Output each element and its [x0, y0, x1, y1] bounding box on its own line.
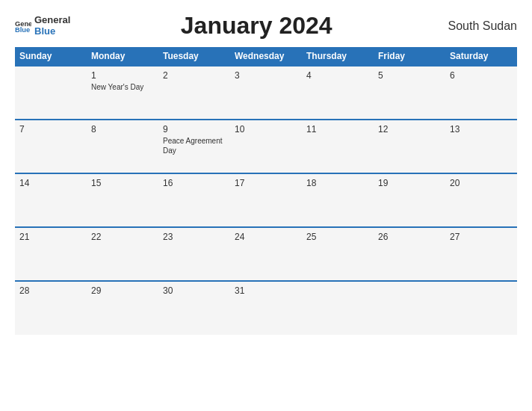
calendar-day-cell: 1New Year's Day [87, 66, 158, 120]
calendar-day-cell: 19 [374, 173, 445, 227]
calendar-header-row: SundayMondayTuesdayWednesdayThursdayFrid… [15, 47, 517, 66]
weekday-header: Thursday [302, 47, 374, 66]
day-number: 23 [163, 232, 226, 242]
day-number: 16 [163, 178, 226, 188]
logo-icon: General Blue [15, 18, 31, 34]
calendar-body: 1New Year's Day23456789Peace Agreement D… [15, 66, 517, 335]
day-number: 13 [450, 124, 513, 135]
calendar-day-cell: 20 [445, 173, 517, 227]
holiday-name: Peace Agreement Day [163, 136, 226, 155]
calendar-day-cell: 6 [445, 66, 517, 120]
day-number: 12 [378, 124, 441, 135]
month-title: January 2024 [70, 12, 442, 40]
calendar-header: General Blue General Blue January 2024 S… [15, 12, 517, 40]
calendar-day-cell: 23 [158, 227, 230, 281]
calendar-week-row: 28293031 [15, 281, 517, 335]
calendar-day-cell [445, 281, 517, 335]
day-number: 15 [91, 178, 154, 188]
day-number: 21 [19, 232, 82, 242]
logo-general: General [34, 15, 70, 25]
day-number: 30 [163, 285, 226, 296]
day-number: 1 [91, 70, 154, 81]
calendar-day-cell: 30 [158, 281, 230, 335]
calendar-day-cell: 13 [445, 120, 517, 173]
day-number: 20 [450, 178, 513, 188]
calendar-day-cell: 4 [302, 66, 374, 120]
calendar-day-cell: 10 [230, 120, 302, 173]
calendar-day-cell: 11 [302, 120, 374, 173]
day-number: 6 [450, 70, 513, 81]
day-number: 4 [306, 70, 369, 81]
calendar-day-cell: 25 [302, 227, 374, 281]
calendar-day-cell: 26 [374, 227, 445, 281]
day-number: 11 [306, 124, 369, 135]
day-number: 26 [378, 232, 441, 242]
day-number: 29 [91, 285, 154, 296]
calendar-day-cell: 16 [158, 173, 230, 227]
calendar-day-cell: 9Peace Agreement Day [158, 120, 230, 173]
country-name: South Sudan [442, 19, 517, 33]
weekday-header: Monday [87, 47, 158, 66]
day-number: 14 [19, 178, 82, 188]
day-number: 31 [235, 285, 297, 296]
calendar-day-cell: 24 [230, 227, 302, 281]
calendar-day-cell: 31 [230, 281, 302, 335]
calendar-day-cell: 8 [87, 120, 158, 173]
calendar-day-cell: 3 [230, 66, 302, 120]
calendar-week-row: 789Peace Agreement Day10111213 [15, 120, 517, 173]
calendar-day-cell: 12 [374, 120, 445, 173]
calendar-week-row: 14151617181920 [15, 173, 517, 227]
day-number: 10 [235, 124, 297, 135]
calendar-day-cell: 17 [230, 173, 302, 227]
weekday-header: Friday [374, 47, 445, 66]
calendar-day-cell: 21 [15, 227, 87, 281]
calendar-day-cell: 14 [15, 173, 87, 227]
calendar-day-cell: 15 [87, 173, 158, 227]
calendar-table: SundayMondayTuesdayWednesdayThursdayFrid… [15, 47, 517, 335]
day-number: 9 [163, 124, 226, 135]
day-number: 19 [378, 178, 441, 188]
day-number: 18 [306, 178, 369, 188]
weekday-header: Saturday [445, 47, 517, 66]
calendar-day-cell: 5 [374, 66, 445, 120]
calendar-day-cell: 18 [302, 173, 374, 227]
day-number: 8 [91, 124, 154, 135]
svg-text:Blue: Blue [15, 26, 30, 34]
calendar-day-cell [374, 281, 445, 335]
calendar-day-cell: 7 [15, 120, 87, 173]
day-number: 5 [378, 70, 441, 81]
day-number: 17 [235, 178, 297, 188]
calendar-day-cell: 22 [87, 227, 158, 281]
day-number: 22 [91, 232, 154, 242]
day-number: 27 [450, 232, 513, 242]
day-number: 3 [235, 70, 297, 81]
calendar-day-cell: 27 [445, 227, 517, 281]
weekday-header: Sunday [15, 47, 87, 66]
logo-blue: Blue [34, 26, 55, 37]
logo: General Blue General Blue [15, 15, 70, 37]
calendar-page: General Blue General Blue January 2024 S… [0, 0, 532, 411]
day-number: 24 [235, 232, 297, 242]
calendar-day-cell: 28 [15, 281, 87, 335]
weekday-header: Tuesday [158, 47, 230, 66]
day-number: 7 [19, 124, 82, 135]
holiday-name: New Year's Day [91, 82, 154, 92]
calendar-week-row: 21222324252627 [15, 227, 517, 281]
day-number: 2 [163, 70, 226, 81]
day-number: 25 [306, 232, 369, 242]
calendar-day-cell: 29 [87, 281, 158, 335]
weekday-header: Wednesday [230, 47, 302, 66]
calendar-week-row: 1New Year's Day23456 [15, 66, 517, 120]
calendar-day-cell: 2 [158, 66, 230, 120]
calendar-day-cell [15, 66, 87, 120]
calendar-day-cell [302, 281, 374, 335]
day-number: 28 [19, 285, 82, 296]
